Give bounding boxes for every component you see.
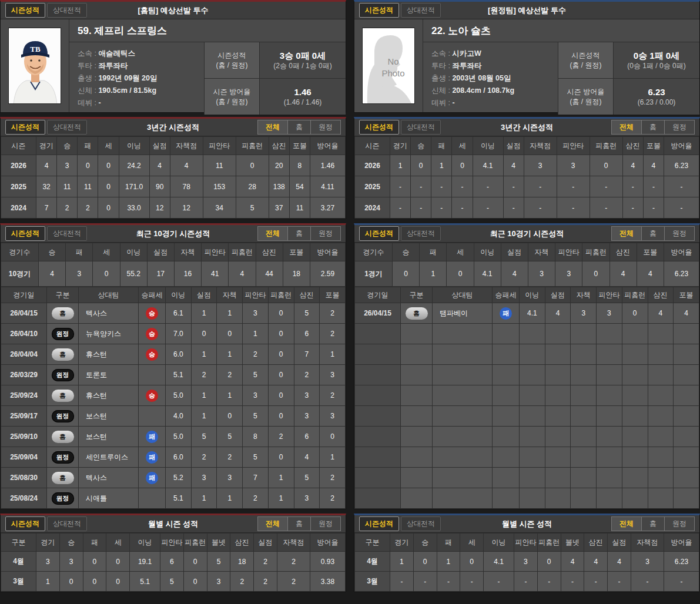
tab-head-to-head[interactable]: 상대전적 xyxy=(47,120,87,135)
column-header: 피안타 xyxy=(160,533,184,552)
stat-cell: 2 xyxy=(191,365,217,385)
stat-cell: 0 xyxy=(622,303,648,324)
filter-all[interactable]: 전체 xyxy=(611,120,642,135)
empty-cell xyxy=(401,468,433,488)
tab-season-stats[interactable]: 시즌성적 xyxy=(5,516,45,531)
column-header: 실점 xyxy=(191,287,217,303)
tab-head-to-head[interactable]: 상대전적 xyxy=(47,226,87,241)
season-era-value: 1.46 (1.46 / 1.46) xyxy=(260,79,346,115)
game-date: 25/09/17 xyxy=(1,406,47,427)
detail-label: 소속 xyxy=(431,49,446,58)
table-header-row: 경기수승패세이닝실점자책피안타피홈런삼진포볼방어율 xyxy=(1,243,346,261)
table-row: 4월10104.13044436.23 xyxy=(355,552,699,572)
stat-cell: 1 xyxy=(431,155,452,176)
stat-cell: 28 xyxy=(236,176,269,197)
tab-head-to-head[interactable]: 상대전적 xyxy=(401,120,441,135)
filter-away[interactable]: 원정 xyxy=(664,226,695,241)
table-row: 2026430024.2441102081.46 xyxy=(1,155,346,176)
result-cell: 패 xyxy=(139,447,166,468)
stat-cell: 1 xyxy=(217,488,243,509)
game-log-row xyxy=(355,427,699,447)
filter-home[interactable]: 홈 xyxy=(287,516,311,531)
filter-all[interactable]: 전체 xyxy=(611,516,642,531)
tab-season-stats[interactable]: 시즌성적 xyxy=(359,516,399,531)
tab-head-to-head[interactable]: 상대전적 xyxy=(401,3,441,18)
opponent-name: 시애틀 xyxy=(79,488,139,509)
tab-season-stats[interactable]: 시즌성적 xyxy=(5,3,45,18)
stat-cell: 18 xyxy=(283,261,310,287)
stat-cell: - xyxy=(664,572,699,592)
stat-cell: 7 xyxy=(243,468,269,488)
win-badge: 승 xyxy=(146,390,158,402)
stat-cell: 3 xyxy=(597,303,622,324)
game-log-row xyxy=(355,468,699,488)
filter-away[interactable]: 원정 xyxy=(664,120,695,135)
filter-home[interactable]: 홈 xyxy=(641,120,665,135)
tab-head-to-head[interactable]: 상대전적 xyxy=(401,516,441,531)
tab-season-stats[interactable]: 시즌성적 xyxy=(359,120,399,135)
filter-home[interactable]: 홈 xyxy=(287,226,311,241)
panel-tabs: 시즌성적상대전적 xyxy=(359,226,443,241)
empty-cell xyxy=(520,468,545,488)
empty-cell xyxy=(622,488,648,509)
stat-cell: 90 xyxy=(149,176,170,197)
column-header: 이닝 xyxy=(130,533,160,552)
column-header: 자책점 xyxy=(524,137,557,155)
tab-head-to-head[interactable]: 상대전적 xyxy=(47,516,87,531)
stat-cell: 0 xyxy=(268,406,294,427)
empty-cell xyxy=(545,468,571,488)
filter-home[interactable]: 홈 xyxy=(641,516,665,531)
filter-all[interactable]: 전체 xyxy=(257,120,288,135)
empty-cell xyxy=(571,344,597,365)
filter-away[interactable]: 원정 xyxy=(310,120,341,135)
row-label: 2026 xyxy=(355,155,390,176)
recent10-summary-table: 경기수승패세이닝실점자책피안타피홈런삼진포볼방어율1경기0104.1433044… xyxy=(354,243,699,287)
stat-cell: 5 xyxy=(294,303,320,324)
column-header: 자책 xyxy=(217,287,243,303)
stat-cell: 6 xyxy=(294,427,320,447)
filter-all[interactable]: 전체 xyxy=(257,226,288,241)
stat-cell: 0 xyxy=(582,261,609,287)
detail-label: 투타 xyxy=(78,62,92,70)
stat-cell: 37 xyxy=(269,197,289,219)
player-details: 소속 : 애슬레틱스투타 : 좌투좌타출생 : 1992년 09월 20일신체 … xyxy=(69,42,204,115)
filter-all[interactable]: 전체 xyxy=(257,516,288,531)
empty-cell xyxy=(493,488,520,509)
game-log-row: 26/04/04홈휴스턴승6.0112071 xyxy=(1,344,346,365)
empty-cell xyxy=(401,344,433,365)
empty-cell xyxy=(571,324,597,344)
empty-cell xyxy=(401,488,433,509)
column-header: 이닝 xyxy=(484,533,514,552)
era-label-line1: 시즌 방어율 xyxy=(213,87,250,97)
filter-away[interactable]: 원정 xyxy=(664,516,695,531)
tab-head-to-head[interactable]: 상대전적 xyxy=(47,3,87,18)
game-log-row xyxy=(355,447,699,468)
filter-all[interactable]: 전체 xyxy=(611,226,642,241)
stat-cell: 7 xyxy=(36,197,57,219)
row-label: 3월 xyxy=(355,572,390,592)
tab-season-stats[interactable]: 시즌성적 xyxy=(359,226,399,241)
filter-home[interactable]: 홈 xyxy=(287,120,311,135)
tab-season-stats[interactable]: 시즌성적 xyxy=(5,226,45,241)
column-header: 경기 xyxy=(36,533,60,552)
tab-season-stats[interactable]: 시즌성적 xyxy=(359,3,399,18)
filter-away[interactable]: 원정 xyxy=(310,226,341,241)
filter-home[interactable]: 홈 xyxy=(641,226,665,241)
stat-cell: 2 xyxy=(57,197,78,219)
empty-cell xyxy=(545,365,571,385)
tab-head-to-head[interactable]: 상대전적 xyxy=(401,226,441,241)
column-header: 실점 xyxy=(149,137,170,155)
column-header: 실점 xyxy=(147,243,174,261)
stat-cell: 4 xyxy=(36,155,57,176)
detail-line: 신체 : 190.5cm / 81.5kg xyxy=(78,85,196,97)
tab-season-stats[interactable]: 시즌성적 xyxy=(5,120,45,135)
empty-cell xyxy=(597,406,622,427)
row-label: 4월 xyxy=(355,552,390,572)
stat-cell: 20 xyxy=(269,155,289,176)
column-header: 상대팀 xyxy=(433,287,493,303)
table-row: 2024------------ xyxy=(355,197,699,219)
stat-cell: 1 xyxy=(268,488,294,509)
empty-cell xyxy=(355,344,401,365)
stat-cell: 11 xyxy=(289,197,310,219)
filter-away[interactable]: 원정 xyxy=(310,516,341,531)
